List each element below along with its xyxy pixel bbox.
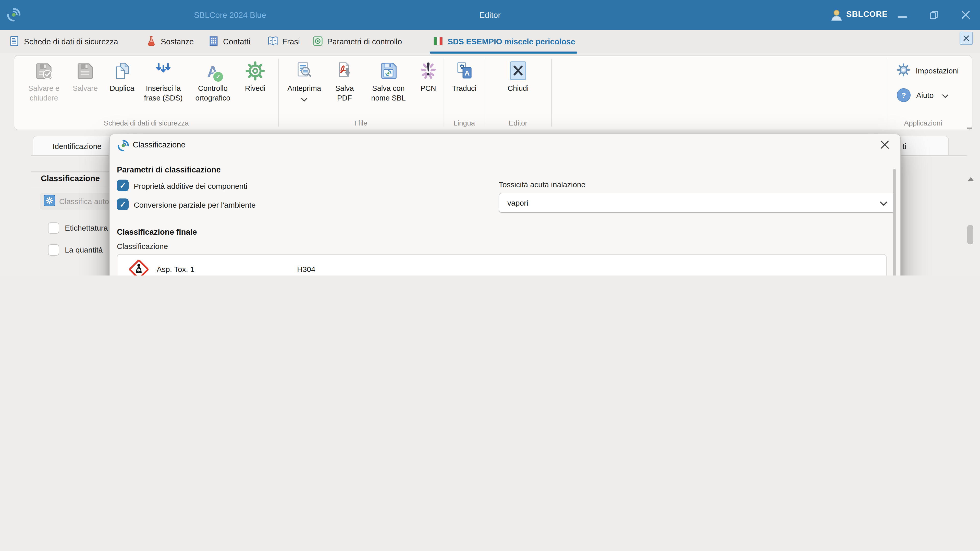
pcn-button[interactable]: PCN bbox=[414, 56, 442, 94]
tab-label: Schede di dati di sicurezza bbox=[24, 37, 118, 46]
italian-flag-icon bbox=[433, 35, 444, 48]
user-icon bbox=[830, 9, 843, 24]
classification-row[interactable]: Asp. Tox. 1 H304 bbox=[118, 254, 886, 275]
ribbon-group-lingua: A Traduci Lingua bbox=[444, 56, 485, 130]
aiuto-label: Aiuto bbox=[916, 91, 934, 100]
classifica-auto-label: Classifica auto bbox=[59, 197, 109, 206]
duplicate-pages-icon bbox=[112, 60, 132, 83]
ribbon-group-applicazioni: Impostazioni Aiuto Applicazioni bbox=[886, 56, 972, 130]
classifica-auto-button[interactable]: Classifica auto bbox=[40, 193, 116, 210]
close-icon bbox=[961, 10, 970, 21]
minimize-button[interactable] bbox=[892, 5, 913, 25]
ribbon-group-label: Applicazioni bbox=[886, 119, 959, 127]
bg-classification-label: Classificazione e bbox=[41, 275, 98, 275]
divider bbox=[893, 155, 967, 156]
auto-classify-gear-icon bbox=[44, 195, 55, 208]
inhalation-value: vapori bbox=[508, 198, 528, 207]
classificazione-dialog: Classificazione Parametri di classificaz… bbox=[109, 134, 901, 275]
ribbon-toolbar: Salvare echiudere Salvare Duplica Inseri… bbox=[14, 55, 972, 130]
restore-button[interactable] bbox=[924, 5, 944, 25]
divider bbox=[30, 187, 112, 187]
scrollbar-thumb[interactable] bbox=[967, 225, 974, 245]
tab-frasi[interactable]: Frasi bbox=[267, 32, 300, 52]
sds-document-icon bbox=[9, 35, 20, 48]
inhalation-dropdown[interactable]: vapori bbox=[499, 193, 896, 213]
etichettatura-checkbox[interactable] bbox=[48, 222, 59, 233]
titlebar: SBLCore 2024 Blue Editor SBLCORE bbox=[0, 0, 980, 30]
inserisci-frase-button[interactable]: Inserisci lafrase (SDS) bbox=[140, 56, 187, 103]
chiudi-button[interactable]: Chiudi bbox=[498, 56, 538, 94]
dialog-close-button[interactable] bbox=[878, 139, 891, 152]
close-button[interactable] bbox=[956, 5, 976, 25]
dialog-title: Classificazione bbox=[133, 140, 186, 149]
impostazioni-button[interactable]: Impostazioni bbox=[897, 63, 959, 78]
quantita-label: La quantità bbox=[65, 245, 103, 254]
tab-contatti[interactable]: Contatti bbox=[208, 32, 250, 52]
user-label: SBLCORE bbox=[846, 10, 888, 19]
chevron-down-icon[interactable] bbox=[301, 94, 307, 103]
salvare-e-chiudere-button: Salvare echiudere bbox=[21, 56, 66, 103]
dialog-scrollbar-thumb[interactable] bbox=[893, 169, 896, 275]
preview-icon bbox=[294, 60, 314, 83]
proprieta-additive-checkbox[interactable] bbox=[117, 179, 129, 191]
book-icon bbox=[267, 35, 278, 48]
tab-schede-di-dati[interactable]: Schede di dati di sicurezza bbox=[9, 32, 118, 52]
ghs08-health-hazard-icon bbox=[127, 259, 150, 275]
save-sbl-icon bbox=[378, 60, 399, 83]
scroll-up-arrow[interactable] bbox=[968, 168, 974, 177]
traduci-button[interactable]: A Traduci bbox=[444, 56, 485, 94]
save-pdf-icon bbox=[334, 60, 355, 83]
spellcheck-icon: A bbox=[203, 61, 223, 82]
svg-text:A: A bbox=[464, 69, 469, 77]
salva-pdf-button[interactable]: SalvaPDF bbox=[326, 56, 363, 103]
ribbon-group-scheda: Salvare echiudere Salvare Duplica Inseri… bbox=[14, 56, 278, 130]
divider bbox=[30, 155, 112, 156]
ribbon-group-label: Scheda di dati di sicurezza bbox=[14, 119, 278, 127]
quantita-checkbox[interactable] bbox=[48, 245, 59, 256]
classification-name: Asp. Tox. 1 bbox=[157, 265, 297, 273]
save-close-floppy-icon bbox=[34, 60, 54, 83]
ribbon-group-label: Editor bbox=[485, 119, 551, 127]
ribbon-group-label: Lingua bbox=[444, 119, 485, 127]
tab-sostanze[interactable]: Sostanze bbox=[146, 32, 194, 52]
minimize-icon bbox=[898, 11, 907, 20]
etichettatura-label: Etichettatura bbox=[65, 224, 108, 232]
building-icon bbox=[208, 35, 219, 48]
close-document-icon bbox=[508, 60, 528, 83]
bg-tab-label: Identificazione bbox=[52, 141, 102, 150]
salva-con-nome-sbl-button[interactable]: Salva connome SBL bbox=[363, 56, 414, 103]
rivedi-button[interactable]: Rivedi bbox=[239, 56, 272, 94]
close-tab-button[interactable] bbox=[959, 32, 973, 45]
tab-parametri-di-controllo[interactable]: Parametri di controllo bbox=[312, 32, 402, 52]
anteprima-button[interactable]: Anteprima bbox=[282, 56, 326, 103]
app-window: SBLCore 2024 Blue Editor SBLCORE Schede … bbox=[0, 0, 980, 275]
ribbon-group-i-file: Anteprima SalvaPDF Salva connome SBL PCN… bbox=[278, 56, 444, 130]
chevron-down-icon bbox=[942, 91, 948, 100]
salvare-button: Salvare bbox=[66, 56, 104, 94]
help-icon bbox=[897, 88, 911, 102]
duplica-button[interactable]: Duplica bbox=[104, 56, 140, 94]
translate-icon: A bbox=[454, 60, 474, 83]
controllo-ortografico-button[interactable]: A Controlloortografico bbox=[187, 56, 239, 103]
bg-tab-fragment[interactable]: ti bbox=[897, 136, 949, 156]
aiuto-button[interactable]: Aiuto bbox=[897, 88, 948, 102]
save-floppy-icon bbox=[75, 60, 95, 83]
ribbon-group-editor: Chiudi Editor bbox=[485, 56, 551, 130]
tab-label: Parametri di controllo bbox=[327, 37, 402, 46]
classification-code: H304 bbox=[297, 265, 315, 273]
review-gear-icon bbox=[245, 60, 266, 83]
tab-label: Contatti bbox=[223, 37, 250, 46]
target-icon bbox=[312, 35, 323, 48]
tab-sds-esempio-active[interactable]: SDS ESEMPIO miscele pericolose bbox=[433, 32, 575, 52]
pcn-burst-icon bbox=[418, 60, 438, 83]
classification-list-label: Classificazione bbox=[117, 242, 168, 251]
restore-icon bbox=[929, 10, 939, 21]
main-tab-bar: Schede di dati di sicurezza Sostanze Con… bbox=[0, 30, 980, 53]
impostazioni-label: Impostazioni bbox=[916, 66, 959, 75]
conversione-parziale-checkbox[interactable] bbox=[117, 198, 129, 210]
settings-gear-icon bbox=[897, 63, 910, 78]
proprieta-additive-label: Proprietà additive dei componenti bbox=[134, 182, 247, 190]
dialog-logo-icon bbox=[117, 139, 130, 154]
inhalation-label: Tossicità acuta inalazione bbox=[499, 180, 585, 189]
ribbon-separator bbox=[551, 59, 552, 127]
